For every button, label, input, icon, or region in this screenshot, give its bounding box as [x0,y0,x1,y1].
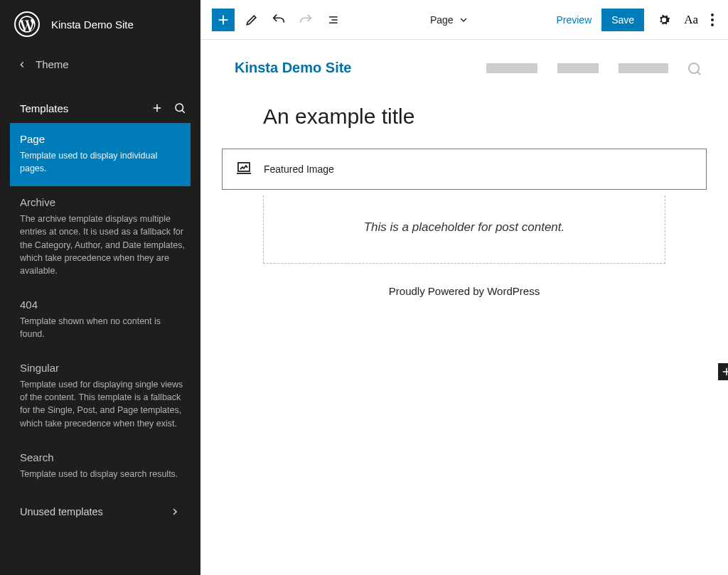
undo-icon[interactable] [269,10,289,30]
chevron-right-icon [169,506,181,517]
template-desc: Template used for displaying single view… [20,378,186,430]
template-item-page[interactable]: Page Template used to display individual… [10,123,191,186]
nav-placeholder-item [619,63,668,73]
editor-canvas[interactable]: Kinsta Demo Site An example title Featur… [200,40,728,575]
editor-main: Page Preview Save Aa Kinsta Demo Site An… [200,0,728,575]
template-desc: Template shown when no content is found. [20,315,186,340]
site-header: Kinsta Demo Site [222,60,707,76]
plus-icon [215,12,231,28]
sidebar-site-name[interactable]: Kinsta Demo Site [51,18,134,31]
unused-label: Unused templates [20,506,103,517]
chevron-left-icon [17,60,27,70]
svg-point-2 [176,104,183,112]
editor-toolbar: Page Preview Save Aa [200,0,728,40]
templates-heading: Templates [20,102,68,114]
document-selector[interactable]: Page [343,14,556,26]
template-item-singular[interactable]: Singular Template used for displaying si… [0,352,200,441]
svg-rect-9 [238,163,250,171]
edit-mode-icon[interactable] [242,10,262,30]
template-desc: The archive template displays multiple e… [20,213,186,277]
add-block-button[interactable] [212,9,235,31]
document-label: Page [430,14,454,26]
search-icon[interactable] [688,63,700,74]
template-name: Search [20,451,186,463]
redo-icon[interactable] [296,10,316,30]
featured-image-block[interactable]: Featured Image [222,149,707,190]
template-item-archive[interactable]: Archive The archive template displays mu… [0,186,200,289]
preview-button[interactable]: Preview [556,14,592,26]
nav-menu-placeholder[interactable] [486,63,700,74]
sidebar-header: Kinsta Demo Site [0,0,200,48]
floating-add-button[interactable] [718,363,728,380]
nav-placeholder-item [486,63,537,73]
more-options-icon[interactable] [708,11,717,29]
templates-header: Templates [0,80,200,123]
styles-button[interactable]: Aa [684,13,698,27]
templates-actions [151,102,186,114]
post-content-placeholder[interactable]: This is a placeholder for post content. [263,195,665,264]
add-template-icon[interactable] [151,102,164,114]
chevron-down-icon [458,14,469,26]
template-name: 404 [20,299,186,311]
featured-image-label: Featured Image [264,163,334,175]
back-to-theme[interactable]: Theme [0,48,200,80]
toolbar-right: Preview Save Aa [556,9,717,31]
list-view-icon[interactable] [323,10,343,30]
footer-text[interactable]: Proudly Powered by WordPress [222,285,707,297]
nav-placeholder-item [557,63,599,73]
template-name: Page [20,133,181,145]
template-name: Archive [20,196,186,208]
featured-image-icon [235,159,252,179]
settings-icon[interactable] [654,10,674,30]
post-title[interactable]: An example title [222,104,707,129]
search-templates-icon[interactable] [173,102,186,114]
back-label: Theme [36,58,69,70]
template-desc: Template used to display search results. [20,468,186,480]
sidebar: Kinsta Demo Site Theme Templates Page Te… [0,0,200,575]
site-title[interactable]: Kinsta Demo Site [235,60,351,76]
svg-line-3 [182,110,185,113]
placeholder-text: This is a placeholder for post content. [278,220,651,235]
wordpress-logo-icon[interactable] [14,11,40,37]
template-item-search[interactable]: Search Template used to display search r… [0,441,200,492]
unused-templates[interactable]: Unused templates [0,492,200,532]
toolbar-left [212,9,343,31]
save-button[interactable]: Save [601,9,644,31]
template-item-404[interactable]: 404 Template shown when no content is fo… [0,289,200,352]
template-name: Singular [20,362,186,374]
plus-icon [720,365,728,378]
template-desc: Template used to display individual page… [20,149,181,175]
